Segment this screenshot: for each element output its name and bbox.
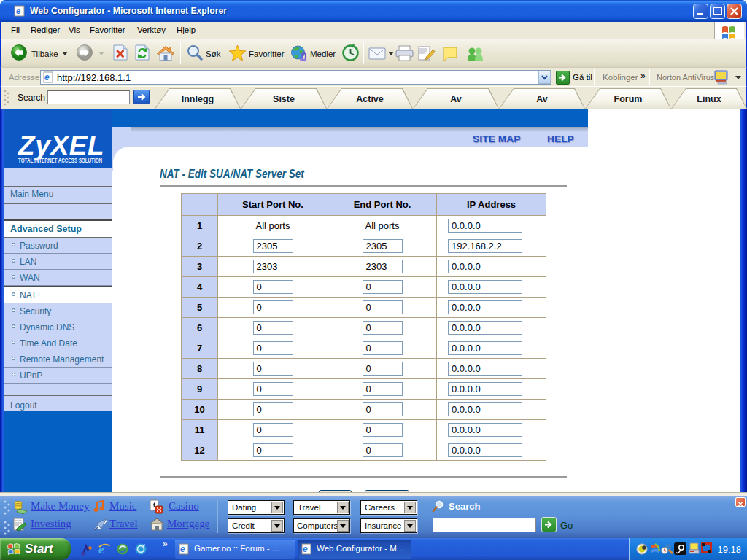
svg-text:e: e [303, 544, 308, 554]
svg-text:e: e [44, 72, 50, 82]
svg-text:e: e [16, 7, 20, 15]
svg-text:e: e [180, 544, 185, 554]
